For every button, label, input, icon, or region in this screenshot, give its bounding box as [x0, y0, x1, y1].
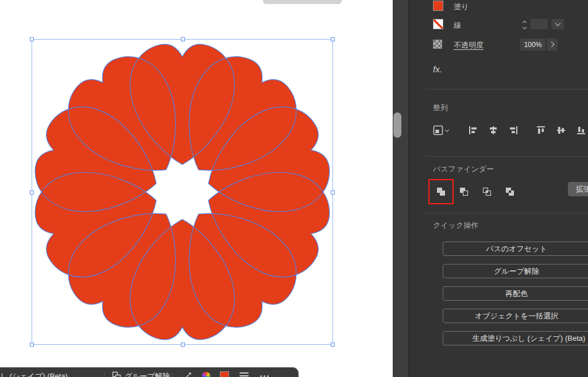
- taskbar-separator: [172, 372, 172, 377]
- recolor-button[interactable]: 再配色: [443, 286, 588, 301]
- properties-panel: 塗り 線 不透明度 100% fx. 整列 パスファインダー: [408, 0, 588, 377]
- stepper-up-icon[interactable]: [522, 20, 526, 24]
- stepper-down-icon[interactable]: [522, 25, 526, 29]
- panel-gutter: [393, 0, 408, 377]
- align-to-icon[interactable]: [433, 125, 443, 135]
- handle-top-right[interactable]: [331, 37, 335, 41]
- align-bottom-icon[interactable]: [577, 126, 586, 135]
- fx-button[interactable]: fx.: [433, 64, 442, 74]
- panel-collapse-handle[interactable]: [393, 112, 401, 138]
- align-to-chevron-icon[interactable]: [445, 128, 449, 132]
- opacity-menu-button[interactable]: [546, 38, 558, 50]
- opacity-value-field[interactable]: 100%: [520, 38, 546, 50]
- window-top-strip: [263, 0, 342, 4]
- align-vertical-center-icon[interactable]: [556, 126, 566, 135]
- pathfinder-intersect-icon[interactable]: [479, 184, 495, 200]
- align-left-icon[interactable]: [469, 126, 478, 135]
- fill-color-swatch[interactable]: [433, 1, 443, 11]
- wand-icon[interactable]: [183, 371, 192, 377]
- chevron-right-icon: [549, 42, 555, 48]
- stroke-weight-dropdown[interactable]: [551, 19, 564, 29]
- quick-actions-header: クイック操作: [433, 220, 478, 231]
- color-wheel-icon[interactable]: [202, 371, 211, 377]
- stroke-label: 線: [454, 20, 461, 30]
- taskbar-separator: [104, 372, 105, 377]
- handle-top-center[interactable]: [181, 37, 185, 41]
- red-annotation-box: [428, 179, 454, 204]
- select-similar-button[interactable]: オブジェクトを一括選択: [443, 309, 588, 323]
- selection-bounding-box[interactable]: [32, 39, 333, 345]
- handle-bottom-right[interactable]: [331, 343, 335, 347]
- pathfinder-exclude-icon[interactable]: [502, 184, 518, 200]
- align-horizontal-center-icon[interactable]: [489, 126, 498, 135]
- flower-artwork[interactable]: [32, 40, 332, 344]
- fill-swatch-taskbar[interactable]: [220, 371, 229, 377]
- menu-icon[interactable]: [239, 372, 249, 377]
- ungroup-icon[interactable]: [112, 371, 121, 377]
- divider: [425, 213, 588, 213]
- opacity-swatch[interactable]: [433, 40, 442, 49]
- artboard-canvas[interactable]: [0, 0, 393, 377]
- divider: [425, 89, 588, 90]
- stroke-color-swatch[interactable]: [433, 19, 443, 29]
- contextual-task-bar: 生成塗りつぶし (シェイプ) (Beta) グループ解除: [0, 367, 299, 377]
- chevron-down-icon: [555, 21, 560, 26]
- handle-bottom-left[interactable]: [30, 343, 34, 347]
- align-right-icon[interactable]: [509, 126, 518, 135]
- align-header: 整列: [433, 103, 448, 113]
- generative-fill-taskbar-label[interactable]: 生成塗りつぶし (シェイプ) (Beta): [0, 371, 68, 377]
- generative-fill-button[interactable]: 生成塗りつぶし (シェイプ) (Beta): [443, 331, 588, 345]
- ungroup-button[interactable]: グループ解除: [443, 264, 588, 278]
- handle-middle-left[interactable]: [30, 191, 34, 195]
- fill-label: 塗り: [454, 2, 469, 12]
- offset-path-button[interactable]: パスのオフセット: [443, 242, 588, 256]
- divider: [425, 156, 588, 157]
- align-top-icon[interactable]: [536, 126, 546, 135]
- ungroup-taskbar-label[interactable]: グループ解除: [125, 371, 170, 377]
- stroke-weight-field[interactable]: [531, 19, 548, 29]
- handle-middle-right[interactable]: [331, 191, 335, 195]
- opacity-link[interactable]: 不透明度: [454, 40, 483, 50]
- pathfinder-minus-front-icon[interactable]: [456, 184, 472, 200]
- pathfinder-header: パスファインダー: [433, 164, 494, 174]
- stroke-weight-stepper[interactable]: [520, 20, 528, 30]
- handle-top-left[interactable]: [30, 37, 34, 41]
- handle-bottom-center[interactable]: [181, 343, 185, 347]
- pathfinder-expand-button[interactable]: 拡張: [568, 182, 588, 196]
